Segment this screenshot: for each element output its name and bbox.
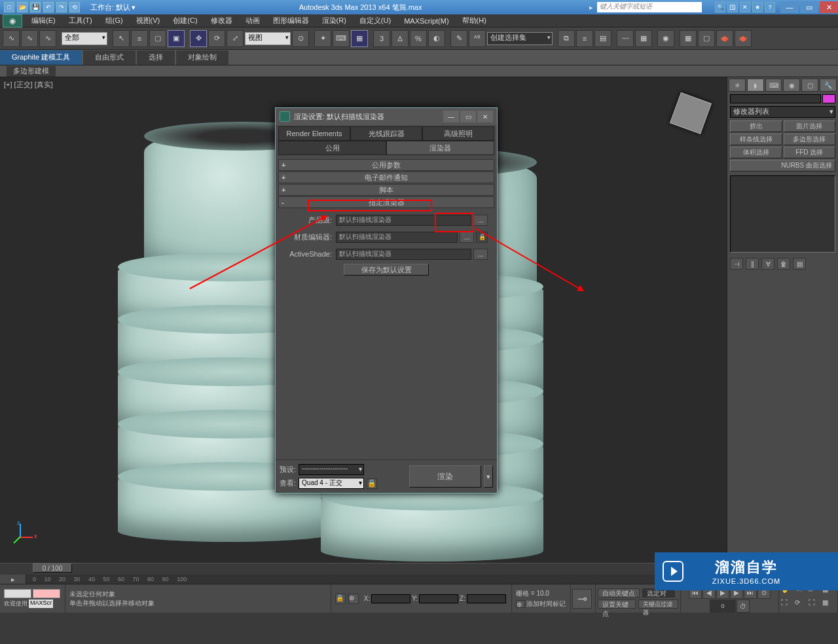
window-crossing-icon[interactable]: ▣ xyxy=(168,30,185,47)
menu-animation[interactable]: 动画 xyxy=(239,14,266,27)
dialog-minimize-button[interactable]: — xyxy=(443,111,459,122)
favorite-icon[interactable]: ★ xyxy=(752,2,763,12)
menu-create[interactable]: 创建(C) xyxy=(166,14,204,27)
trackbar-toggle-icon[interactable]: ▸ xyxy=(0,575,26,584)
redo-icon[interactable]: ↷ xyxy=(56,2,67,12)
ribbon-tab-selection[interactable]: 选择 xyxy=(137,50,175,65)
menu-help[interactable]: 帮助(H) xyxy=(456,14,493,27)
rollout-scripts[interactable]: 脚本 xyxy=(278,184,494,196)
tab-advanced-lighting[interactable]: 高级照明 xyxy=(422,126,494,141)
key-icon[interactable]: ⚿ xyxy=(727,2,738,12)
mod-btn-ffdsel[interactable]: FFD 选择 xyxy=(784,147,836,158)
tab-common[interactable]: 公用 xyxy=(278,141,386,155)
pivot-icon[interactable]: ⊙ xyxy=(292,30,309,47)
menu-rendering[interactable]: 渲染(R) xyxy=(316,14,353,27)
mod-btn-splinesel[interactable]: 样条线选择 xyxy=(730,134,782,145)
setkey-button[interactable]: 设置关键点 xyxy=(598,599,636,609)
menu-maxscript[interactable]: MAXScript(M) xyxy=(397,14,455,27)
viewcube[interactable] xyxy=(670,92,712,134)
close-button[interactable]: ✕ xyxy=(820,1,838,13)
ribbon-tab-paint[interactable]: 对象绘制 xyxy=(176,50,228,65)
menu-graph-editors[interactable]: 图形编辑器 xyxy=(266,14,316,27)
menu-tools[interactable]: 工具(T) xyxy=(62,14,99,27)
undo-icon[interactable]: ↶ xyxy=(43,2,54,12)
pin-stack-icon[interactable]: ⊣ xyxy=(730,258,743,270)
minimize-button[interactable]: — xyxy=(780,1,799,13)
menu-views[interactable]: 视图(V) xyxy=(130,14,167,27)
create-tab-icon[interactable]: ✳ xyxy=(729,79,746,92)
named-sel-icon[interactable]: ᴬᴮ xyxy=(469,30,486,47)
dialog-maximize-button[interactable]: ▭ xyxy=(460,111,476,122)
workspace-selector[interactable]: 工作台: 默认 xyxy=(90,3,130,12)
move-icon[interactable]: ✥ xyxy=(190,30,207,47)
mirror-icon[interactable]: ⧉ xyxy=(558,30,575,47)
search-icon[interactable]: 🔍 xyxy=(715,2,725,12)
configure-icon[interactable]: ▤ xyxy=(793,258,806,270)
rollout-email[interactable]: 电子邮件通知 xyxy=(278,171,494,183)
time-tag-icon[interactable]: ⊕ xyxy=(516,600,525,608)
current-frame-field[interactable]: 0 xyxy=(710,599,736,613)
help-search-input[interactable]: 键入关键字或短语 xyxy=(597,2,702,12)
display-tab-icon[interactable]: ▢ xyxy=(801,79,818,92)
snap-toggle-icon[interactable]: ▦ xyxy=(351,30,368,47)
snap-3-icon[interactable]: 3 xyxy=(373,30,390,47)
tab-render-elements[interactable]: Render Elements xyxy=(278,126,350,141)
ribbon-panel-polymodel[interactable]: 多边形建模 xyxy=(7,66,56,77)
transform-gizmo-icon[interactable]: ⊕ xyxy=(348,594,359,604)
material-editor-icon[interactable]: ◉ xyxy=(657,30,674,47)
new-icon[interactable]: □ xyxy=(4,2,14,12)
lock-mtl-renderer-icon[interactable]: 🔒 xyxy=(476,232,488,243)
render-button[interactable]: 渲染 xyxy=(409,465,481,488)
mod-btn-nurbs[interactable]: NURBS 曲面选择 xyxy=(730,160,835,171)
time-slider-thumb[interactable]: 0 / 100 xyxy=(33,564,72,573)
add-time-tag-label[interactable]: 添加时间标记 xyxy=(526,599,566,609)
lock-view-icon[interactable]: 🔒 xyxy=(367,478,377,489)
choose-activeshade-renderer-button[interactable]: ... xyxy=(473,249,488,260)
zoom-extents-icon[interactable]: ⛶ xyxy=(781,599,794,611)
remove-mod-icon[interactable]: 🗑 xyxy=(777,258,790,270)
script-mini-listener[interactable] xyxy=(4,589,31,598)
link-icon[interactable]: ⟲ xyxy=(69,2,80,12)
make-unique-icon[interactable]: ∀ xyxy=(761,258,774,270)
hierarchy-tab-icon[interactable]: ⌨ xyxy=(765,79,782,92)
menu-group[interactable]: 组(G) xyxy=(99,14,130,27)
render-dropdown-icon[interactable]: ▾ xyxy=(484,465,493,488)
select-link-icon[interactable]: ∿ xyxy=(3,30,20,47)
exchange-icon[interactable]: ✕ xyxy=(740,2,750,12)
named-sel-combo[interactable]: 创建选择集 xyxy=(487,32,553,45)
object-name-field[interactable] xyxy=(730,94,821,103)
layer-icon[interactable]: ▤ xyxy=(594,30,611,47)
viewport-label[interactable]: [+] [正交] [真实] xyxy=(4,80,53,90)
unlink-icon[interactable]: ∿ xyxy=(21,30,38,47)
dialog-close-button[interactable]: ✕ xyxy=(477,111,493,122)
menu-modifiers[interactable]: 修改器 xyxy=(204,14,239,27)
bind-icon[interactable]: ∿ xyxy=(39,30,56,47)
choose-production-renderer-button[interactable]: ... xyxy=(473,215,488,226)
ribbon-tab-graphite[interactable]: Graphite 建模工具 xyxy=(0,50,82,65)
coord-y-field[interactable] xyxy=(419,594,458,603)
dialog-header[interactable]: 渲染设置: 默认扫描线渲染器 — ▭ ✕ xyxy=(276,108,497,125)
selection-filter-combo[interactable]: 全部 xyxy=(62,32,107,45)
rotate-icon[interactable]: ⟳ xyxy=(208,30,225,47)
maxscript-listener-label[interactable]: MAXScr xyxy=(29,599,53,608)
choose-mtl-renderer-button[interactable]: ... xyxy=(460,232,474,243)
maximize-button[interactable]: ▭ xyxy=(800,1,818,13)
mod-btn-extrude[interactable]: 挤出 xyxy=(730,120,782,132)
save-icon[interactable]: 💾 xyxy=(30,2,41,12)
autokey-button[interactable]: 自动关键点 xyxy=(598,588,640,598)
maximize-viewport-icon[interactable]: ⛶ xyxy=(809,599,822,611)
schematic-icon[interactable]: ▦ xyxy=(635,30,652,47)
edit-named-sel-icon[interactable]: ✎ xyxy=(450,30,467,47)
modify-tab-icon[interactable]: ◗ xyxy=(747,79,764,92)
render-setup-icon[interactable]: ▦ xyxy=(680,30,697,47)
ribbon-tab-freeform[interactable]: 自由形式 xyxy=(83,50,136,65)
help-icon[interactable]: ? xyxy=(765,2,775,12)
app-menu-icon[interactable]: ◉ xyxy=(3,14,22,27)
save-as-defaults-button[interactable]: 保存为默认设置 xyxy=(344,264,429,276)
angle-snap-icon[interactable]: ∆ xyxy=(392,30,409,47)
script-macro-recorder[interactable] xyxy=(33,589,60,598)
rollout-common-params[interactable]: 公用参数 xyxy=(278,159,494,171)
utilities-tab-icon[interactable]: 🔧 xyxy=(820,79,837,92)
menu-edit[interactable]: 编辑(E) xyxy=(25,14,62,27)
mod-btn-polysel[interactable]: 多边形选择 xyxy=(784,134,836,145)
